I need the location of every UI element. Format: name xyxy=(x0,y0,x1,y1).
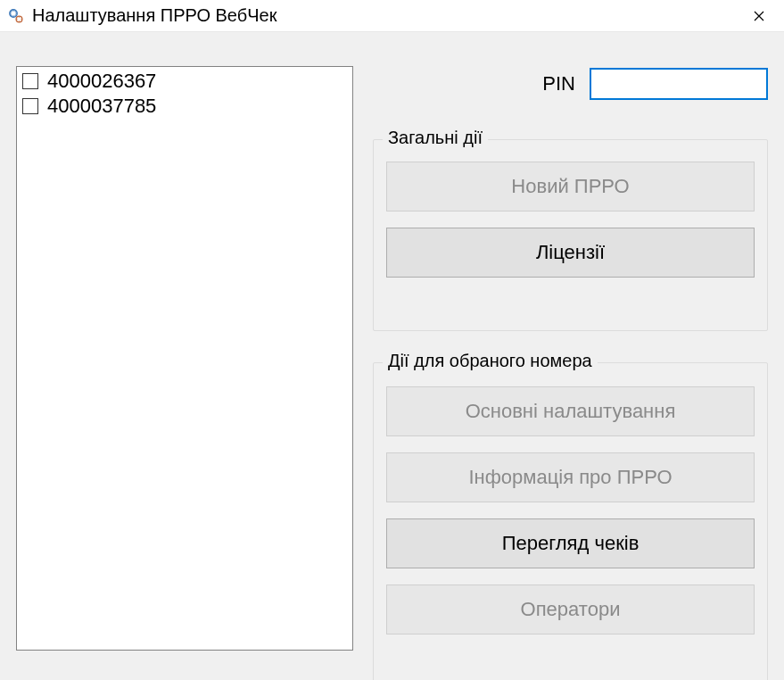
close-button[interactable] xyxy=(741,0,777,32)
list-item-label: 4000037785 xyxy=(47,95,156,118)
prro-list[interactable]: 40000263674000037785 xyxy=(16,66,353,651)
checkbox-icon[interactable] xyxy=(22,73,38,89)
list-item[interactable]: 4000026367 xyxy=(22,69,347,94)
window-title: Налаштування ПРРО ВебЧек xyxy=(32,5,741,26)
view-checks-button[interactable]: Перегляд чеків xyxy=(386,518,755,568)
main-settings-button[interactable]: Основні налаштування xyxy=(386,386,755,436)
general-actions-group: Загальні дії Новий ПРРО Ліцензії xyxy=(373,139,768,331)
new-prro-button[interactable]: Новий ПРРО xyxy=(386,162,755,211)
titlebar: Налаштування ПРРО ВебЧек xyxy=(0,0,784,32)
list-item[interactable]: 4000037785 xyxy=(22,94,347,119)
pin-row: PIN xyxy=(542,68,768,100)
app-icon xyxy=(7,7,25,25)
client-area: 40000263674000037785 PIN Загальні дії Но… xyxy=(0,32,784,680)
list-item-label: 4000026367 xyxy=(47,70,156,93)
pin-label: PIN xyxy=(542,72,575,95)
checkbox-icon[interactable] xyxy=(22,98,38,114)
pin-input[interactable] xyxy=(590,68,768,100)
general-actions-title: Загальні дії xyxy=(383,128,488,148)
prro-info-button[interactable]: Інформація про ПРРО xyxy=(386,452,755,502)
licenses-button[interactable]: Ліцензії xyxy=(386,228,755,278)
selected-actions-title: Дії для обраного номера xyxy=(383,351,598,371)
close-icon xyxy=(754,11,764,21)
selected-actions-group: Дії для обраного номера Основні налаштув… xyxy=(373,362,768,680)
operators-button[interactable]: Оператори xyxy=(386,585,755,634)
